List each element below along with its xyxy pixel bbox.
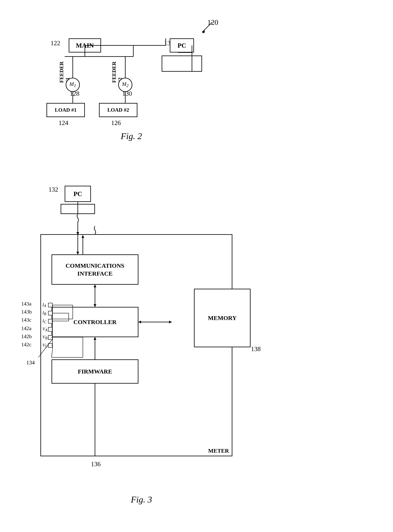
box-memory: MEMORY: [194, 289, 251, 347]
meter-m2-label: M2: [122, 81, 129, 88]
ref-128: 128: [70, 90, 79, 97]
terminal-vc: [48, 343, 53, 348]
label-va: VA: [42, 326, 48, 332]
ref-143a: 143a: [21, 301, 31, 307]
terminal-ic: [48, 319, 53, 324]
fig3-label-text: Fig. 3: [131, 495, 152, 504]
main-label: MAIN: [76, 42, 94, 49]
label-ic: IC: [42, 318, 46, 324]
box-load2: LOAD #2: [99, 103, 138, 117]
label-vc: VC: [42, 342, 48, 348]
ref-143b: 143b: [21, 309, 32, 315]
terminal-ia: [48, 303, 53, 307]
box-controller: CONTROLLER: [52, 307, 138, 337]
box-comm-interface: COMMUNICATIONS INTERFACE: [52, 254, 138, 285]
ref-124: 124: [59, 119, 68, 127]
fig2-label-text: Fig. 2: [121, 131, 142, 141]
ref-130: 130: [122, 90, 132, 97]
memory-label: MEMORY: [208, 314, 237, 321]
label-ib: IB: [42, 310, 46, 316]
fig3-diagram: PC 132 140 128 METER COMMUNICATIONS INTE…: [20, 182, 263, 505]
terminal-ib: [48, 311, 53, 315]
terminal-vb: [48, 335, 53, 340]
load2-label: LOAD #2: [107, 107, 129, 113]
controller-label: CONTROLLER: [73, 319, 116, 325]
pc-monitor-fig2: [162, 56, 202, 72]
fig2-caption: Fig. 2: [121, 131, 142, 141]
firmware-label: FIRMWARE: [78, 368, 112, 375]
ref-142b: 142b: [21, 334, 32, 340]
ref-136: 136: [91, 460, 101, 468]
pc-label-fig2: PC: [178, 42, 186, 49]
box-pc-fig2: PC: [170, 38, 194, 53]
meter-outer-label: METER: [208, 448, 229, 454]
box-pc-fig3: PC: [65, 186, 91, 202]
ref-138: 138: [251, 345, 261, 353]
fig2-diagram: 120 122 132 MAIN PC FEEDER #1 FEEDER #2 …: [40, 16, 222, 141]
comm-label: COMMUNICATIONS INTERFACE: [65, 262, 124, 277]
ref-120-arrow-svg: [196, 18, 220, 36]
ref-122: 122: [50, 39, 60, 47]
box-load1: LOAD #1: [46, 103, 85, 117]
ref-132-fig3: 132: [49, 186, 58, 193]
pc-label-fig3: PC: [74, 190, 82, 198]
meter-m1-label: M1: [69, 81, 76, 88]
load1-label: LOAD #1: [55, 107, 77, 113]
label-ia: IA: [42, 302, 46, 308]
fig3-caption: Fig. 3: [131, 494, 152, 505]
ref-143c: 143c: [21, 317, 31, 323]
pc-monitor-fig3: [61, 204, 95, 214]
svg-line-0: [202, 22, 212, 32]
page: 120 122 132 MAIN PC FEEDER #1 FEEDER #2 …: [0, 0, 393, 532]
box-firmware: FIRMWARE: [52, 359, 138, 384]
label-vb: VB: [42, 334, 48, 340]
terminal-va: [48, 327, 53, 332]
ref-142a: 142a: [21, 325, 31, 332]
ref-126: 126: [111, 119, 121, 127]
box-main: MAIN: [69, 38, 101, 53]
ref-134: 134: [26, 359, 35, 366]
ref-142c: 142c: [21, 342, 31, 348]
